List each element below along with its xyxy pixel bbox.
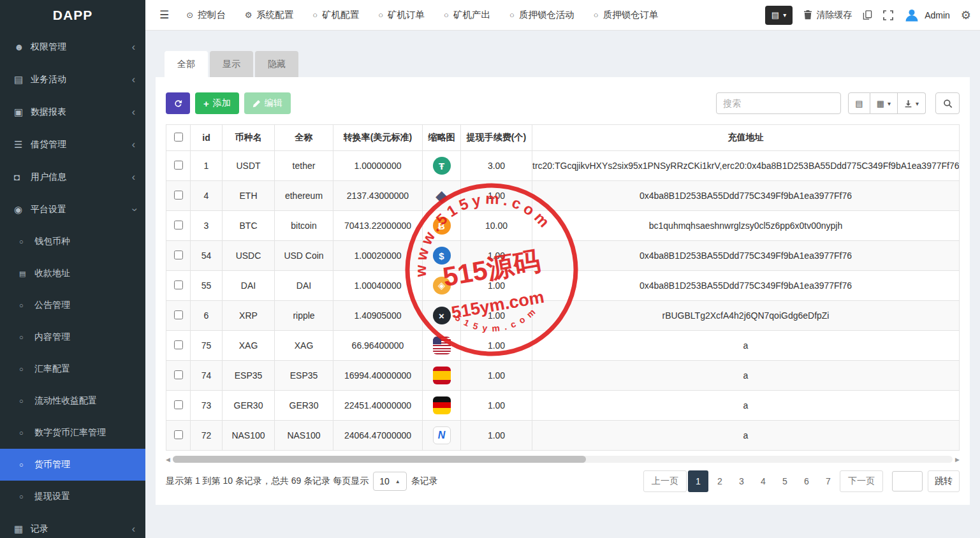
clear-cache-button[interactable]: 清除缓存 [803,10,852,21]
edit-button[interactable]: 编辑 [244,92,291,114]
detail-view-button[interactable]: ▤ [848,92,870,114]
sidebar-item-lending[interactable]: ☰借贷管理‹ [0,128,145,161]
tab-all[interactable]: 全部 [165,51,208,77]
sidebar-item-platform-settings[interactable]: ◉平台设置‹ [0,193,145,226]
sidebar-subitem-announcements[interactable]: ○公告管理 [0,289,145,321]
scrollbar-thumb[interactable] [173,456,586,463]
page-size-select[interactable]: 10 ▲ [373,472,407,491]
table-row[interactable]: 73 GER30 GER30 22451.40000000 1.00 a [166,391,960,421]
copy-button[interactable] [863,10,872,20]
nav-item-miner-orders[interactable]: ○矿机订单 [369,0,434,31]
prev-page-button[interactable]: 上一页 [643,470,687,492]
columns-button[interactable]: ▦▾ [870,92,898,114]
scrollbar-track[interactable] [173,456,953,463]
dashboard-icon: ⊙ [186,10,193,20]
cell-full-name: tether [275,151,333,181]
column-header[interactable]: 提现手续费(个) [461,125,532,151]
nav-item-staking-orders[interactable]: ○质押锁仓订单 [584,0,668,31]
sidebar-item-user-info[interactable]: ◘用户信息‹ [0,161,145,193]
sidebar-item-permissions[interactable]: ☻权限管理‹ [0,31,145,63]
cell-rate: 70413.22000000 [333,211,423,241]
table-row[interactable]: 4 ETH ethereum 2137.43000000 ◆ 1.00 0x4b… [166,181,960,211]
select-all-checkbox[interactable] [174,133,183,142]
column-header[interactable]: 币种名 [223,125,275,151]
tab-hidden[interactable]: 隐藏 [255,51,298,77]
table-row[interactable]: 1 USDT tether 1.00000000 Ŧ 3.00 trc20:TG… [166,151,960,181]
column-header[interactable]: 全称 [275,125,333,151]
row-checkbox[interactable] [174,310,183,319]
sidebar-item-records[interactable]: ▦记录‹ [0,513,145,538]
page-number-7[interactable]: 7 [818,470,838,492]
row-checkbox[interactable] [174,161,183,170]
next-page-button[interactable]: 下一页 [840,470,883,492]
scroll-right-icon[interactable]: ▶ [955,456,960,463]
row-checkbox[interactable] [174,340,183,349]
nav-item-console[interactable]: ⊙控制台 [177,0,235,31]
page-number-4[interactable]: 4 [753,470,773,492]
circle-icon: ○ [19,429,34,437]
cell-id: 1 [191,151,223,181]
sidebar-subitem-wallet-coins[interactable]: ○钱包币种 [0,226,145,258]
table-row[interactable]: 72 NAS100 NAS100 24064.47000000 N 1.00 a [166,421,960,451]
row-checkbox[interactable] [174,400,183,409]
table-row[interactable]: 74 ESP35 ESP35 16994.40000000 1.00 a [166,361,960,391]
table-row[interactable]: 6 XRP ripple 1.40905000 × 1.00 rBUGBLTg2… [166,301,960,331]
row-checkbox[interactable] [174,251,183,259]
sidebar-subitem-liquidity-income[interactable]: ○流动性收益配置 [0,385,145,417]
sidebar-item-business[interactable]: ▤业务活动‹ [0,63,145,96]
nav-item-miner-config[interactable]: ○矿机配置 [303,0,369,31]
row-checkbox[interactable] [174,191,183,200]
column-header[interactable]: 转换率(美元标准) [333,125,423,151]
sidebar-subitem-content[interactable]: ○内容管理 [0,321,145,353]
table-row[interactable]: 3 BTC bitcoin 70413.22000000 Ƀ 10.00 bc1… [166,211,960,241]
row-checkbox[interactable] [174,221,183,229]
table-row[interactable]: 55 DAI DAI 1.00040000 ◈ 1.00 0x4ba8B1D25… [166,271,960,301]
sidebar-subitem-withdraw-settings[interactable]: ○提现设置 [0,481,145,513]
search-input[interactable] [716,92,841,114]
column-header[interactable]: id [191,125,223,151]
cell-full-name: GER30 [275,391,333,421]
spain-flag-icon [433,367,451,384]
scroll-left-icon[interactable]: ◀ [166,456,170,463]
add-button[interactable]: +添加 [195,92,239,114]
user-icon: ◘ [14,171,31,182]
tab-visible[interactable]: 显示 [210,51,253,77]
page-number-3[interactable]: 3 [731,470,752,492]
horizontal-scrollbar[interactable]: ◀ ▶ [166,456,960,463]
nav-item-staking-activities[interactable]: ○质押锁仓活动 [500,0,584,31]
row-checkbox[interactable] [174,430,183,439]
table-row[interactable]: 75 XAG XAG 66.96400000 1.00 a [166,331,960,361]
sidebar: DAPP ☻权限管理‹▤业务活动‹▣数据报表‹☰借贷管理‹◘用户信息‹◉平台设置… [0,0,145,538]
fullscreen-button[interactable] [883,10,893,20]
sidebar-subitem-crypto-rate[interactable]: ○数字货币汇率管理 [0,417,145,449]
row-checkbox[interactable] [174,370,183,379]
nav-item-system-config[interactable]: ⚙系统配置 [235,0,304,31]
cell-thumbnail: Ƀ [423,211,461,241]
column-header[interactable]: 缩略图 [423,125,461,151]
table-search-button[interactable] [935,92,960,114]
column-header[interactable]: 充值地址 [532,125,960,151]
cell-rate: 2137.43000000 [333,181,423,211]
toolbar-right: ▤ ▦▾ ▾ [716,92,960,114]
page-number-1[interactable]: 1 [688,470,708,492]
nav-item-label: 矿机产出 [453,9,490,21]
menu-toggle-icon[interactable]: ☰ [152,8,177,22]
jump-page-input[interactable] [892,471,923,491]
row-checkbox[interactable] [174,280,183,289]
settings-gear-icon[interactable]: ⚙ [961,8,971,22]
user-menu[interactable]: Admin [904,8,950,23]
jump-button[interactable]: 跳转 [928,470,960,492]
page-number-6[interactable]: 6 [796,470,817,492]
table-row[interactable]: 54 USDC USD Coin 1.00020000 $ 1.00 0x4ba… [166,241,960,271]
view-menu-button[interactable]: ▤▾ [765,6,793,25]
refresh-button[interactable] [166,92,190,114]
sidebar-subitem-exchange-rate[interactable]: ○汇率配置 [0,353,145,385]
sidebar-item-reports[interactable]: ▣数据报表‹ [0,96,145,128]
sidebar-subitem-deposit-address[interactable]: ▤收款地址 [0,258,145,289]
sidebar-subitem-currency-management[interactable]: ○货币管理 [0,449,145,481]
export-button[interactable]: ▾ [898,92,926,114]
page-number-2[interactable]: 2 [710,470,730,492]
nav-item-miner-output[interactable]: ○矿机产出 [434,0,500,31]
page-number-5[interactable]: 5 [775,470,795,492]
btc-icon: Ƀ [433,217,451,235]
